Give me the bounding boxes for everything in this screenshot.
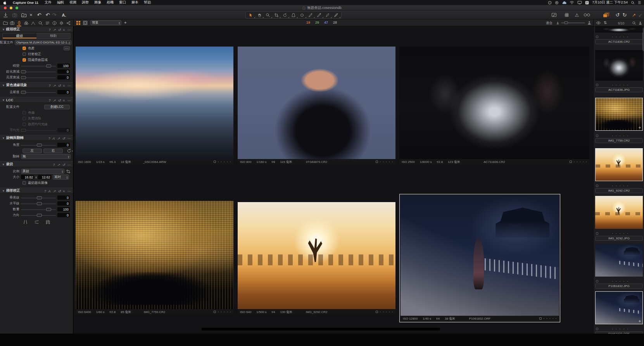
display-icon[interactable]	[577, 1, 582, 4]
uniform-light-slider[interactable]	[21, 128, 56, 132]
browser-item[interactable]: • • • • • AC711836.JPG	[595, 83, 643, 92]
erase-mask-tool[interactable]	[332, 12, 340, 18]
crop-unit-dropdown[interactable]: 英吋	[53, 175, 69, 180]
more-icon[interactable]: ⋯	[67, 28, 71, 32]
crop-tool[interactable]	[272, 12, 281, 18]
undo-icon[interactable]: ↶	[36, 12, 42, 18]
rating-dots[interactable]: • • • • •	[218, 311, 231, 313]
select-cursor-tool[interactable]	[247, 12, 255, 18]
import-icon[interactable]	[2, 12, 9, 18]
help-icon[interactable]: ?	[49, 28, 51, 32]
copy-icon[interactable]: ↗	[53, 99, 55, 102]
output-folder-icon[interactable]	[20, 12, 27, 18]
help-icon[interactable]: ?	[53, 163, 55, 167]
grid-view-icon[interactable]	[76, 21, 81, 25]
menu-scripts[interactable]: 腳本	[129, 0, 141, 5]
help-icon[interactable]: ?	[44, 189, 46, 193]
section-crop[interactable]: ∨ 裁切 ? ↗ ↺ ⋯	[0, 161, 73, 167]
browser-filter-eye-icon[interactable]	[596, 21, 601, 25]
light-falloff-slider[interactable]	[21, 76, 56, 80]
collapse-icon[interactable]: ∨	[2, 137, 5, 140]
tab-movement-sub[interactable]: 移動	[36, 33, 70, 38]
collapse-icon[interactable]: ∨	[2, 99, 5, 102]
rating-controls[interactable]: • • • • •	[376, 309, 394, 315]
tab-lens-sub[interactable]: 鏡頭	[3, 33, 36, 38]
rating-dots[interactable]: • • • • •	[380, 161, 394, 163]
status-app-icon[interactable]	[548, 1, 552, 5]
grid-photo-cell[interactable]: ISO 640 1/500 s f/4 130 毫米 IMG_9292.CR2 …	[238, 202, 395, 315]
browser-filename[interactable]: IMG_9292.JPG	[595, 236, 643, 241]
copy-icon[interactable]: ↗	[57, 137, 60, 140]
rating-row[interactable]: • • • • •	[595, 279, 643, 284]
browser-item[interactable]: • • • • • IMG_7759.CR2	[595, 133, 643, 143]
reset-icon[interactable]: ↺	[58, 99, 60, 102]
focus-grid-icon[interactable]	[563, 12, 570, 18]
grid-photo-cell[interactable]: ISO 800 1/160 s f/8 115 毫米 0T0A9879.CR2 …	[238, 47, 395, 164]
sharpness-falloff-value[interactable]: 0	[57, 69, 70, 74]
rating-dots[interactable]: • • • • •	[574, 161, 587, 163]
menu-file[interactable]: 文件	[42, 0, 54, 5]
rating-dots[interactable]: • • • • •	[380, 311, 394, 313]
browser-toggle-icon[interactable]	[602, 12, 610, 18]
lens-profile-dropdown[interactable]: Olympus M.ZUIKO DIGITAL ED 12-1..	[15, 40, 71, 45]
spot-removal-tool[interactable]	[298, 12, 306, 18]
rating-dots[interactable]: • • • • •	[598, 328, 643, 330]
browser-thumbnail[interactable]	[595, 244, 643, 277]
browser-item[interactable]: • • • • • IMG_9292.JPG	[595, 231, 643, 241]
browser-sort-icon[interactable]: ⇅	[604, 21, 607, 25]
browser-filename[interactable]: IMG_7759.CR2	[595, 138, 643, 143]
browser-item[interactable]: • • • • • AC711836.CR2	[595, 35, 643, 44]
presets-icon[interactable]: ≡	[63, 189, 65, 193]
lcc-color-cast-checkbox[interactable]	[22, 111, 26, 114]
keystone-direction-slider[interactable]	[21, 213, 56, 217]
collapse-icon[interactable]: ∨	[2, 84, 5, 87]
help-icon[interactable]: ?	[48, 137, 50, 140]
color-picker-tool[interactable]	[306, 12, 315, 18]
status-cloud-icon[interactable]	[562, 1, 566, 4]
tag-checkbox[interactable]	[376, 311, 378, 313]
rating-dots[interactable]: • • • • •	[598, 185, 643, 187]
keystone-horizontal-slider[interactable]	[21, 202, 56, 206]
menu-image[interactable]: 圖像	[92, 0, 104, 5]
status-list-icon[interactable]	[585, 1, 589, 5]
browser-thumbnail[interactable]	[595, 26, 643, 33]
delete-icon[interactable]: ✕	[29, 12, 33, 18]
crop-height-field[interactable]: 12.62	[38, 175, 51, 179]
angle-value[interactable]: 0	[57, 143, 70, 147]
menu-camera[interactable]: 相機	[104, 0, 116, 5]
rating-dots[interactable]: • • • • •	[598, 84, 643, 86]
copy-apply-out-icon[interactable]: ↗	[631, 12, 637, 18]
loupe-tool[interactable]	[264, 12, 272, 18]
add-collection-button[interactable]: +	[124, 21, 126, 25]
crop-outside-checkbox[interactable]	[22, 181, 26, 185]
tab-info[interactable]	[52, 20, 58, 26]
rating-controls[interactable]: • • • • •	[214, 159, 231, 164]
section-lcc[interactable]: ∨ LCC ? ↗ ↺ ≡ ⋯	[0, 97, 73, 103]
help-icon[interactable]: ?	[49, 99, 51, 102]
rating-dots[interactable]: • • • • •	[598, 232, 643, 235]
angle-slider[interactable]	[21, 143, 56, 147]
section-purple-fringing[interactable]: ∨ 紫色邊緣現象 ? ↗ ↺ ≡ ⋯	[0, 82, 73, 88]
keystone-direction-value[interactable]: 0	[57, 213, 70, 217]
rating-row[interactable]: • • • • •	[595, 133, 643, 138]
tab-library[interactable]	[2, 20, 8, 26]
spotlight-icon[interactable]	[631, 1, 635, 5]
lcc-dust-removal-checkbox[interactable]	[22, 117, 26, 120]
crop-width-field[interactable]: 16.82	[21, 175, 34, 179]
pan-tool[interactable]	[255, 12, 264, 18]
tab-color[interactable]	[23, 20, 29, 26]
menu-app-name[interactable]: Capture One 11	[9, 1, 42, 5]
browser-user-icon[interactable]	[638, 21, 642, 25]
collection-dropdown[interactable]: 背景	[90, 20, 121, 25]
menu-help[interactable]: 幫助	[141, 0, 154, 5]
menu-view[interactable]: 視圖	[67, 0, 79, 5]
distortion-slider[interactable]	[21, 64, 56, 68]
rating-dots[interactable]: • • • • •	[598, 135, 643, 137]
rating-controls[interactable]: • • • • •	[539, 316, 557, 321]
proof-glasses-icon[interactable]	[583, 12, 591, 18]
wifi-icon[interactable]	[570, 1, 574, 4]
draw-mask-tool[interactable]	[323, 12, 332, 18]
reset-icon[interactable]: ↺	[62, 137, 65, 140]
window-title-bar[interactable]: 無題會話.cosessiondb	[0, 5, 644, 10]
keystone-tool[interactable]	[289, 12, 298, 18]
